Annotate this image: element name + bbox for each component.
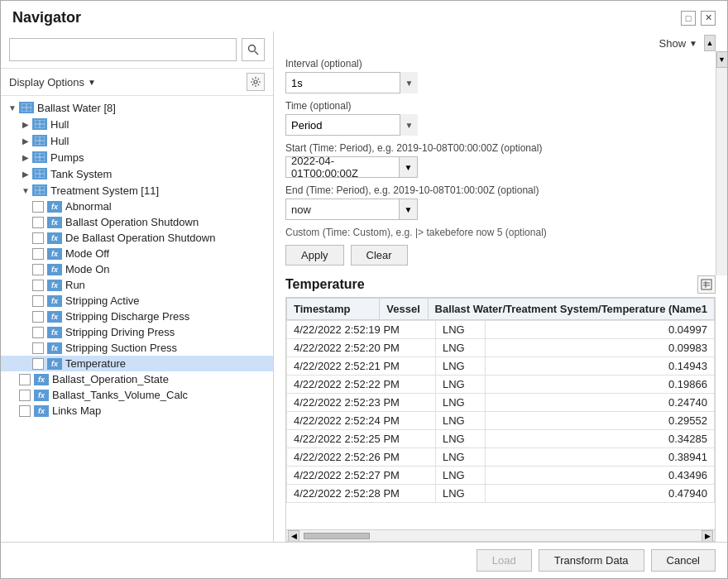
hscroll-track xyxy=(299,532,702,540)
data-table-body: 4/22/2022 2:52:19 PMLNG0.049974/22/2022 … xyxy=(286,320,715,503)
cancel-button[interactable]: Cancel xyxy=(651,549,716,572)
fx-icon-ballast-op-shutdown: fx xyxy=(47,217,62,228)
svg-point-2 xyxy=(254,80,257,84)
expand-icon-ballast-water[interactable]: ▼ xyxy=(6,101,19,114)
checkbox-ballast-op-shutdown[interactable] xyxy=(32,217,44,228)
checkbox-mode-off[interactable] xyxy=(32,248,44,260)
checkbox-run[interactable] xyxy=(32,280,44,291)
hscroll-left-arrow[interactable]: ◀ xyxy=(288,530,299,542)
checkbox-stripping-active[interactable] xyxy=(32,295,44,307)
load-button[interactable]: Load xyxy=(477,549,532,572)
table-scroll-body[interactable]: 4/22/2022 2:52:19 PMLNG0.049974/22/2022 … xyxy=(286,320,715,529)
table-row[interactable]: 4/22/2022 2:52:27 PMLNG0.43496 xyxy=(287,467,715,485)
export-icon xyxy=(701,279,712,290)
fx-icon-de-ballast-op-shutdown: fx xyxy=(47,232,62,244)
table-row[interactable]: 4/22/2022 2:52:24 PMLNG0.29552 xyxy=(287,412,715,430)
minimize-button[interactable]: □ xyxy=(681,11,696,26)
table-icon-tank-system xyxy=(32,168,47,179)
cell-value: 0.38941 xyxy=(486,448,715,467)
interval-select[interactable]: 1s 5s 10s xyxy=(285,72,418,93)
title-bar-controls: □ ✕ xyxy=(681,11,716,26)
tree-label-pumps: Pumps xyxy=(50,151,84,164)
expand-icon-hull-1[interactable]: ▶ xyxy=(19,117,32,131)
fx-icon-stripping-suction-press: fx xyxy=(47,342,62,354)
table-row[interactable]: 4/22/2022 2:52:20 PMLNG0.09983 xyxy=(287,339,715,357)
close-button[interactable]: ✕ xyxy=(701,11,716,26)
tree-item-ballast-water[interactable]: ▼Ballast Water [8] xyxy=(1,99,273,116)
cell-vessel: LNG xyxy=(436,412,486,430)
cell-value: 0.09983 xyxy=(486,339,715,357)
display-options-label: Display Options xyxy=(9,76,84,89)
tree-item-stripping-active[interactable]: fxStripping Active xyxy=(1,293,273,309)
tree-label-mode-on: Mode On xyxy=(65,263,109,275)
expand-icon-pumps[interactable]: ▶ xyxy=(19,151,32,164)
table-row[interactable]: 4/22/2022 2:52:25 PMLNG0.34285 xyxy=(287,430,715,448)
tree-item-pumps[interactable]: ▶Pumps xyxy=(1,149,273,165)
settings-icon-btn[interactable] xyxy=(247,73,265,91)
expand-icon-treatment-system[interactable]: ▼ xyxy=(19,184,32,197)
clear-button[interactable]: Clear xyxy=(351,245,408,266)
tree-label-stripping-driving-press: Stripping Driving Press xyxy=(65,326,175,338)
expand-icon-hull-2[interactable]: ▶ xyxy=(19,134,32,147)
scroll-up-arrow[interactable]: ▲ xyxy=(704,35,716,51)
time-label: Time (optional) xyxy=(285,100,704,112)
checkbox-de-ballast-op-shutdown[interactable] xyxy=(32,232,44,244)
show-button[interactable]: Show ▼ xyxy=(654,36,702,51)
checkbox-ballast-operation-state[interactable] xyxy=(19,374,31,385)
end-label: End (Time: Period), e.g. 2019-10-08T01:0… xyxy=(285,184,704,196)
interval-label: Interval (optional) xyxy=(285,58,704,69)
table-row[interactable]: 4/22/2022 2:52:22 PMLNG0.19866 xyxy=(287,376,715,394)
checkbox-abnormal[interactable] xyxy=(32,201,44,213)
table-row[interactable]: 4/22/2022 2:52:21 PMLNG0.14943 xyxy=(287,357,715,376)
title-bar: Navigator □ ✕ xyxy=(1,1,727,31)
tree-item-abnormal[interactable]: fxAbnormal xyxy=(1,199,273,214)
checkbox-links-map[interactable] xyxy=(19,405,31,417)
checkbox-ballast-tanks-volume-calc[interactable] xyxy=(19,390,31,401)
table-row[interactable]: 4/22/2022 2:52:23 PMLNG0.24740 xyxy=(287,394,715,412)
search-button[interactable] xyxy=(242,38,265,61)
tree-item-links-map[interactable]: fxLinks Map xyxy=(1,403,273,419)
bottom-bar: Load Transform Data Cancel xyxy=(1,542,727,578)
fx-icon-stripping-active: fx xyxy=(47,295,62,307)
time-select[interactable]: Period Custom Latest xyxy=(285,114,418,136)
hscroll-thumb[interactable] xyxy=(304,533,370,539)
tree-item-ballast-operation-state[interactable]: fxBallast_Operation_State xyxy=(1,371,273,387)
tree-item-stripping-driving-press[interactable]: fxStripping Driving Press xyxy=(1,324,273,340)
apply-button[interactable]: Apply xyxy=(285,245,344,266)
transform-data-button[interactable]: Transform Data xyxy=(539,549,644,572)
table-export-button[interactable] xyxy=(697,275,716,294)
display-options-toggle[interactable]: Display Options ▼ xyxy=(9,76,96,89)
tree-item-de-ballast-op-shutdown[interactable]: fxDe Ballast Operation Shutdown xyxy=(1,230,273,246)
expand-icon-tank-system[interactable]: ▶ xyxy=(19,167,32,180)
checkbox-stripping-driving-press[interactable] xyxy=(32,327,44,338)
col-header-timestamp: Timestamp xyxy=(287,299,380,320)
table-row[interactable]: 4/22/2022 2:52:19 PMLNG0.04997 xyxy=(287,321,715,339)
table-horizontal-scrollbar: ◀ ▶ xyxy=(286,529,715,541)
tree-item-hull-1[interactable]: ▶Hull xyxy=(1,116,273,132)
checkbox-stripping-discharge-press[interactable] xyxy=(32,311,44,323)
cell-vessel: LNG xyxy=(436,394,486,412)
search-input[interactable] xyxy=(9,38,237,61)
tree-item-stripping-suction-press[interactable]: fxStripping Suction Press xyxy=(1,340,273,356)
checkbox-mode-on[interactable] xyxy=(32,264,44,275)
end-dropdown-button[interactable]: ▼ xyxy=(399,199,417,219)
form-scroll-down-arrow[interactable]: ▼ xyxy=(716,51,728,68)
table-row[interactable]: 4/22/2022 2:52:28 PMLNG0.47940 xyxy=(287,485,715,503)
checkbox-stripping-suction-press[interactable] xyxy=(32,342,44,354)
start-dropdown-button[interactable]: ▼ xyxy=(399,157,417,177)
svg-rect-21 xyxy=(702,280,711,290)
hscroll-right-arrow[interactable]: ▶ xyxy=(702,530,713,542)
tree-item-ballast-tanks-volume-calc[interactable]: fxBallast_Tanks_Volume_Calc xyxy=(1,387,273,403)
tree-item-treatment-system[interactable]: ▼Treatment System [11] xyxy=(1,182,273,199)
checkbox-temperature[interactable] xyxy=(32,358,44,370)
table-row[interactable]: 4/22/2022 2:52:26 PMLNG0.38941 xyxy=(287,448,715,467)
cell-vessel: LNG xyxy=(436,339,486,357)
tree-item-ballast-op-shutdown[interactable]: fxBallast Operation Shutdown xyxy=(1,214,273,230)
tree-item-run[interactable]: fxRun xyxy=(1,277,273,293)
tree-item-mode-off[interactable]: fxMode Off xyxy=(1,246,273,261)
tree-item-tank-system[interactable]: ▶Tank System xyxy=(1,165,273,182)
tree-item-stripping-discharge-press[interactable]: fxStripping Discharge Press xyxy=(1,309,273,324)
tree-item-hull-2[interactable]: ▶Hull xyxy=(1,132,273,149)
tree-item-temperature[interactable]: fxTemperature xyxy=(1,356,273,371)
tree-item-mode-on[interactable]: fxMode On xyxy=(1,261,273,277)
